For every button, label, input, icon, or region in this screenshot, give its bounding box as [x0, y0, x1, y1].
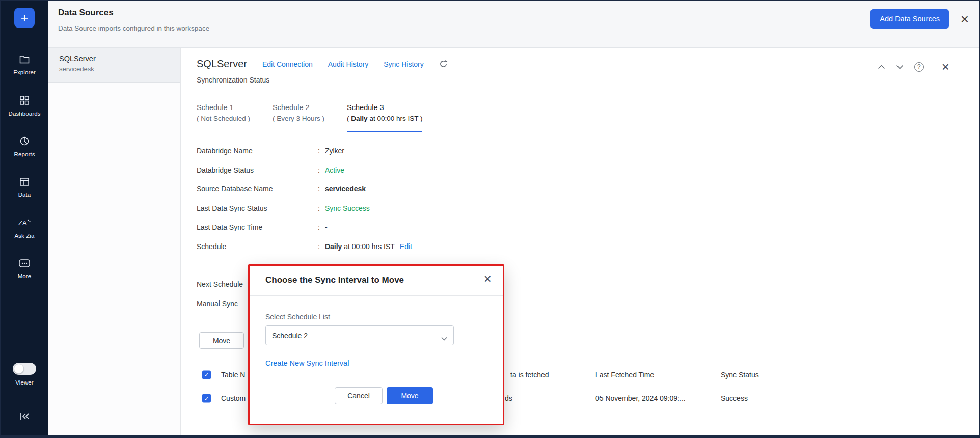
audit-history-link[interactable]: Audit History — [328, 60, 368, 68]
detail-row-manual-sync: Manual Sync — [197, 299, 243, 319]
viewer-label: Viewer — [15, 379, 34, 386]
sidebar-item-label: Dashboards — [8, 111, 40, 117]
zia-icon: ZA — [18, 218, 31, 229]
dialog-close-icon[interactable]: × — [484, 272, 492, 285]
dialog-header: Choose the Sync Interval to Move × — [250, 266, 503, 296]
row-checkbox[interactable] — [202, 394, 211, 403]
sync-status-cell: Success — [721, 394, 748, 402]
sidebar-item-ask-zia[interactable]: ZA Ask Zia — [1, 209, 48, 248]
page-subtitle: Data Source imports configured in this w… — [58, 24, 209, 32]
add-data-sources-button[interactable]: Add Data Sources — [870, 9, 949, 29]
fetched-header: ta is fetched — [510, 371, 549, 379]
ellipsis-icon — [19, 259, 30, 269]
dialog-title: Choose the Sync Interval to Move — [265, 275, 404, 285]
panel-actions: ? × — [878, 60, 949, 73]
select-all-checkbox[interactable] — [202, 370, 211, 379]
close-icon[interactable]: × — [961, 12, 969, 26]
pie-chart-icon — [20, 136, 29, 148]
annotation-highlight: Choose the Sync Interval to Move × Selec… — [248, 264, 504, 425]
sidebar-item-reports[interactable]: Reports — [1, 127, 48, 166]
create-button[interactable]: + — [14, 8, 35, 28]
toggle-knob — [14, 364, 24, 374]
schedule-select-value: Schedule 2 — [272, 332, 308, 340]
sync-history-link[interactable]: Sync History — [384, 60, 424, 68]
move-button[interactable]: Move — [199, 332, 244, 349]
status-badge: Sync Success — [325, 204, 370, 224]
partial-rows: Next Schedule Manual Sync — [197, 280, 243, 319]
cancel-button[interactable]: Cancel — [335, 387, 383, 404]
sidebar-item-dashboards[interactable]: Dashboards — [1, 87, 48, 125]
help-icon[interactable]: ? — [914, 62, 924, 72]
table-name-header: Table N — [221, 371, 245, 379]
dialog-move-button[interactable]: Move — [387, 387, 433, 404]
schedule-tabs: Schedule 1 ( Not Scheduled ) Schedule 2 … — [197, 100, 951, 132]
source-title-row: SQLServer Edit Connection Audit History … — [197, 58, 448, 70]
app-window: + Explorer Dashboards Reports Data — [0, 0, 980, 438]
section-label: Synchronization Status — [197, 76, 269, 84]
source-item-sqlserver[interactable]: SQLServer servicedesk — [48, 48, 180, 83]
detail-row-next-schedule: Next Schedule — [197, 280, 243, 299]
refresh-icon[interactable] — [439, 60, 448, 68]
sidebar-item-label: Explorer — [13, 69, 36, 75]
detail-row-last-sync-status: Last Data Sync Status:Sync Success — [197, 204, 412, 224]
table-name-cell: Custom — [221, 394, 246, 402]
left-sidebar: + Explorer Dashboards Reports Data — [1, 1, 48, 435]
chevron-down-icon[interactable] — [896, 65, 904, 69]
sync-details: Databridge Name:Zylker Databridge Status… — [197, 147, 412, 262]
svg-text:ZA: ZA — [18, 219, 27, 227]
detail-row-databridge-name: Databridge Name:Zylker — [197, 147, 412, 166]
chevron-down-icon — [441, 334, 447, 342]
edit-schedule-link[interactable]: Edit — [400, 242, 412, 262]
status-badge: Active — [325, 166, 344, 185]
detail-row-last-sync-time: Last Data Sync Time:- — [197, 223, 412, 242]
sidebar-item-data[interactable]: Data — [1, 168, 48, 207]
viewer-toggle[interactable] — [13, 363, 36, 375]
last-fetched-header: Last Fetched Time — [595, 371, 654, 379]
move-sync-interval-dialog: Choose the Sync Interval to Move × Selec… — [250, 266, 503, 424]
sidebar-item-more[interactable]: More — [1, 250, 48, 288]
tab-schedule-2[interactable]: Schedule 2 ( Every 3 Hours ) — [273, 100, 324, 132]
sidebar-item-label: More — [18, 273, 32, 279]
page-header: Data Sources Data Source imports configu… — [48, 1, 979, 48]
tab-schedule-3[interactable]: Schedule 3 ( Daily at 00:00 hrs IST ) — [347, 100, 422, 132]
chevron-up-icon[interactable] — [878, 65, 885, 69]
source-database: servicedesk — [59, 65, 169, 73]
grid-icon — [20, 96, 29, 107]
create-sync-interval-link[interactable]: Create New Sync Interval — [265, 359, 349, 367]
table-icon — [20, 178, 29, 188]
collapse-sidebar-icon[interactable] — [1, 408, 48, 424]
sidebar-item-label: Reports — [14, 151, 35, 157]
sidebar-item-label: Data — [18, 191, 31, 198]
tab-schedule-1[interactable]: Schedule 1 ( Not Scheduled ) — [197, 100, 250, 132]
edit-connection-link[interactable]: Edit Connection — [262, 60, 313, 68]
viewer-section: Viewer — [1, 363, 48, 386]
close-panel-icon[interactable]: × — [942, 60, 949, 73]
sync-status-header: Sync Status — [721, 371, 759, 379]
fetched-cell: ds — [505, 394, 512, 402]
page-title: Data Sources — [58, 8, 114, 18]
detail-row-schedule: Schedule: Daily at 00:00 hrs IST Edit — [197, 242, 412, 262]
last-fetched-cell: 05 November, 2024 09:09:... — [595, 394, 686, 402]
select-schedule-label: Select Schedule List — [265, 313, 330, 321]
sidebar-item-explorer[interactable]: Explorer — [1, 46, 48, 85]
source-title: SQLServer — [197, 58, 247, 70]
source-name: SQLServer — [59, 54, 169, 63]
detail-row-source-database: Source Database Name:servicedesk — [197, 185, 412, 204]
schedule-select[interactable]: Schedule 2 — [265, 325, 454, 345]
detail-row-databridge-status: Databridge Status:Active — [197, 166, 412, 185]
folder-icon — [19, 55, 30, 66]
source-list-panel: SQLServer servicedesk — [48, 48, 181, 435]
sidebar-item-label: Ask Zia — [14, 233, 34, 239]
